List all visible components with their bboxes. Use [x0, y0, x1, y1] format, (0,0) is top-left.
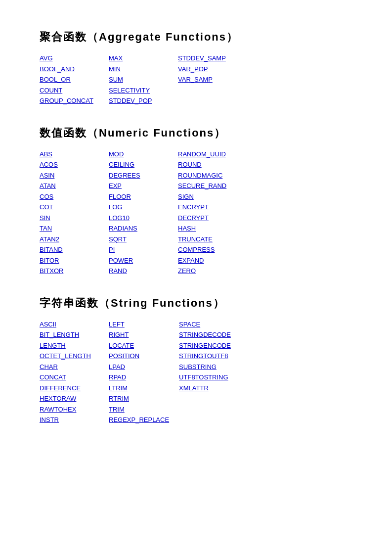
title-en-aggregate: （Aggregate Functions）: [87, 31, 238, 43]
fn-link-rand[interactable]: RAND: [109, 266, 168, 276]
title-cn-aggregate: 聚合函数: [40, 31, 87, 43]
fn-link-power[interactable]: POWER: [109, 256, 168, 266]
fn-link-asin[interactable]: ASIN: [40, 171, 99, 181]
fn-link-instr[interactable]: INSTR: [40, 415, 99, 425]
section-title-string: 字符串函数（String Functions）: [40, 296, 352, 311]
section-string: 字符串函数（String Functions）ASCIIBIT_LENGTHLE…: [40, 296, 352, 425]
fn-link-var-pop[interactable]: VAR_POP: [178, 64, 237, 74]
fn-link-encrypt[interactable]: ENCRYPT: [178, 202, 237, 212]
fn-link-cot[interactable]: COT: [40, 202, 99, 212]
fn-link-stddev-pop[interactable]: STDDEV_POP: [109, 96, 168, 106]
fn-link-char[interactable]: CHAR: [40, 362, 99, 372]
fn-link-truncate[interactable]: TRUNCATE: [178, 234, 237, 244]
fn-link-max[interactable]: MAX: [109, 53, 168, 63]
functions-grid-numeric: ABSACOSASINATANCOSCOTSINTANATAN2BITANDBI…: [40, 149, 352, 276]
fn-link-selectivity[interactable]: SELECTIVITY: [109, 86, 168, 95]
fn-link-acos[interactable]: ACOS: [40, 160, 99, 170]
fn-link-radians[interactable]: RADIANS: [109, 224, 168, 233]
fn-link-zero[interactable]: ZERO: [178, 266, 237, 276]
fn-link-sum[interactable]: SUM: [109, 75, 168, 85]
fn-link-atan2[interactable]: ATAN2: [40, 234, 99, 244]
fn-link-bitxor[interactable]: BITXOR: [40, 266, 99, 276]
fn-link-tan[interactable]: TAN: [40, 224, 99, 233]
col-string-0: ASCIIBIT_LENGTHLENGTHOCTET_LENGTHCHARCON…: [40, 320, 99, 425]
fn-link-stringencode[interactable]: STRINGENCODE: [179, 341, 238, 351]
fn-link-space[interactable]: SPACE: [179, 320, 238, 329]
fn-link-sqrt[interactable]: SQRT: [109, 234, 168, 244]
fn-link-exp[interactable]: EXP: [109, 181, 168, 191]
col-aggregate-0: AVGBOOL_ANDBOOL_ORCOUNTGROUP_CONCAT: [40, 53, 99, 106]
fn-link-trim[interactable]: TRIM: [109, 405, 169, 415]
fn-link-cos[interactable]: COS: [40, 192, 99, 202]
fn-link-substring[interactable]: SUBSTRING: [179, 362, 238, 372]
functions-grid-aggregate: AVGBOOL_ANDBOOL_ORCOUNTGROUP_CONCATMAXMI…: [40, 53, 352, 106]
fn-link-expand[interactable]: EXPAND: [178, 256, 237, 266]
fn-link-stddev-samp[interactable]: STDDEV_SAMP: [178, 53, 237, 63]
fn-link-bitor[interactable]: BITOR: [40, 256, 99, 266]
fn-link-ceiling[interactable]: CEILING: [109, 160, 168, 170]
fn-link-decrypt[interactable]: DECRYPT: [178, 213, 237, 223]
fn-link-ltrim[interactable]: LTRIM: [109, 383, 169, 393]
section-title-numeric: 数值函数（Numeric Functions）: [40, 126, 352, 140]
fn-link-difference[interactable]: DIFFERENCE: [40, 383, 99, 393]
fn-link-left[interactable]: LEFT: [109, 320, 169, 329]
col-aggregate-2: STDDEV_SAMPVAR_POPVAR_SAMP: [178, 53, 237, 106]
fn-link-atan[interactable]: ATAN: [40, 181, 99, 191]
fn-link-log10[interactable]: LOG10: [109, 213, 168, 223]
title-en-numeric: （Numeric Functions）: [87, 127, 226, 139]
fn-link-rtrim[interactable]: RTRIM: [109, 394, 169, 404]
fn-link-rpad[interactable]: RPAD: [109, 372, 169, 382]
section-title-aggregate: 聚合函数（Aggregate Functions）: [40, 30, 352, 45]
fn-link-length[interactable]: LENGTH: [40, 341, 99, 351]
fn-link-hash[interactable]: HASH: [178, 224, 237, 233]
fn-link-xmlattr[interactable]: XMLATTR: [179, 383, 238, 393]
fn-link-log[interactable]: LOG: [109, 202, 168, 212]
fn-link-random-uuid[interactable]: RANDOM_UUID: [178, 149, 237, 159]
fn-link-bool-or[interactable]: BOOL_OR: [40, 75, 99, 85]
fn-link-hextoraw[interactable]: HEXTORAW: [40, 394, 99, 404]
fn-link-utf8tostring[interactable]: UTF8TOSTRING: [179, 372, 238, 382]
fn-link-right[interactable]: RIGHT: [109, 330, 169, 340]
fn-link-group-concat[interactable]: GROUP_CONCAT: [40, 96, 99, 106]
fn-link-round[interactable]: ROUND: [178, 160, 237, 170]
col-numeric-2: RANDOM_UUIDROUNDROUNDMAGICSECURE_RANDSIG…: [178, 149, 237, 276]
fn-link-degrees[interactable]: DEGREES: [109, 171, 168, 181]
col-numeric-1: MODCEILINGDEGREESEXPFLOORLOGLOG10RADIANS…: [109, 149, 168, 276]
fn-link-ascii[interactable]: ASCII: [40, 320, 99, 329]
fn-link-secure-rand[interactable]: SECURE_RAND: [178, 181, 237, 191]
functions-grid-string: ASCIIBIT_LENGTHLENGTHOCTET_LENGTHCHARCON…: [40, 320, 352, 425]
col-string-2: SPACESTRINGDECODESTRINGENCODESTRINGTOUTF…: [179, 320, 238, 425]
fn-link-sign[interactable]: SIGN: [178, 192, 237, 202]
fn-link-sin[interactable]: SIN: [40, 213, 99, 223]
fn-link-bool-and[interactable]: BOOL_AND: [40, 64, 99, 74]
fn-link-position[interactable]: POSITION: [109, 351, 169, 361]
fn-link-lpad[interactable]: LPAD: [109, 362, 169, 372]
fn-link-var-samp[interactable]: VAR_SAMP: [178, 75, 237, 85]
fn-link-concat[interactable]: CONCAT: [40, 372, 99, 382]
title-cn-numeric: 数值函数: [40, 127, 87, 139]
fn-link-mod[interactable]: MOD: [109, 149, 168, 159]
col-string-1: LEFTRIGHTLOCATEPOSITIONLPADRPADLTRIMRTRI…: [109, 320, 169, 425]
title-en-string: （String Functions）: [99, 297, 225, 309]
section-aggregate: 聚合函数（Aggregate Functions）AVGBOOL_ANDBOOL…: [40, 30, 352, 106]
section-numeric: 数值函数（Numeric Functions）ABSACOSASINATANCO…: [40, 126, 352, 276]
fn-link-min[interactable]: MIN: [109, 64, 168, 74]
col-aggregate-1: MAXMINSUMSELECTIVITYSTDDEV_POP: [109, 53, 168, 106]
title-cn-string: 字符串函数: [40, 297, 99, 309]
fn-link-stringdecode[interactable]: STRINGDECODE: [179, 330, 238, 340]
col-numeric-0: ABSACOSASINATANCOSCOTSINTANATAN2BITANDBI…: [40, 149, 99, 276]
fn-link-stringtoutf8[interactable]: STRINGTOUTF8: [179, 351, 238, 361]
fn-link-octet-length[interactable]: OCTET_LENGTH: [40, 351, 99, 361]
fn-link-pi[interactable]: PI: [109, 245, 168, 255]
fn-link-rawtohex[interactable]: RAWTOHEX: [40, 405, 99, 415]
fn-link-count[interactable]: COUNT: [40, 86, 99, 95]
fn-link-bit-length[interactable]: BIT_LENGTH: [40, 330, 99, 340]
fn-link-floor[interactable]: FLOOR: [109, 192, 168, 202]
fn-link-bitand[interactable]: BITAND: [40, 245, 99, 255]
fn-link-abs[interactable]: ABS: [40, 149, 99, 159]
fn-link-roundmagic[interactable]: ROUNDMAGIC: [178, 171, 237, 181]
fn-link-compress[interactable]: COMPRESS: [178, 245, 237, 255]
fn-link-avg[interactable]: AVG: [40, 53, 99, 63]
fn-link-regexp-replace[interactable]: REGEXP_REPLACE: [109, 415, 169, 425]
fn-link-locate[interactable]: LOCATE: [109, 341, 169, 351]
